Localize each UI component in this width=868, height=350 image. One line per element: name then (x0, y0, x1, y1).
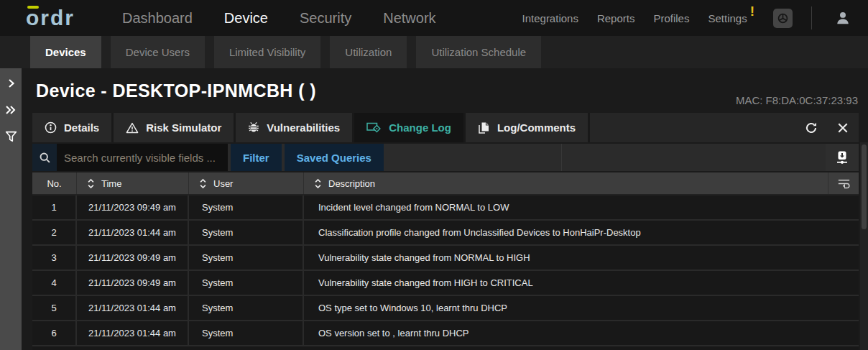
nav-dashboard[interactable]: Dashboard (122, 10, 193, 27)
mac-address: MAC: F8:DA:0C:37:23:93 (736, 94, 858, 106)
tab-vulnerabilities[interactable]: Vulnerabilities (236, 113, 354, 142)
column-label: No. (47, 178, 61, 189)
column-header-description[interactable]: Description (304, 172, 828, 194)
tab-details[interactable]: Details (32, 113, 114, 142)
cell-user: System (189, 271, 304, 295)
table-row[interactable]: 3 21/11/2023 09:49 am System Vulnerabili… (32, 246, 859, 271)
column-label: Time (101, 178, 121, 189)
user-icon[interactable] (835, 10, 851, 26)
app-window: ordr Dashboard Device Security Network I… (0, 0, 868, 350)
cell-user: System (189, 195, 304, 219)
tab-label: Change Log (389, 121, 451, 134)
close-icon[interactable] (827, 113, 859, 142)
table-row[interactable]: 2 21/11/2023 01:44 am System Classificat… (32, 221, 859, 246)
column-label: Description (328, 178, 375, 189)
nav-security[interactable]: Security (300, 10, 351, 27)
screenshot-icon[interactable] (773, 9, 793, 28)
change-log-icon (366, 121, 382, 134)
cell-user: System (189, 246, 304, 270)
change-log-table: No. Time (32, 172, 859, 350)
table-row[interactable]: 5 21/11/2023 01:44 am System OS type set… (32, 296, 859, 321)
tab-label: Details (64, 121, 99, 134)
device-subnav: Devices Device Users Limited Visibility … (0, 36, 868, 68)
cell-description: OS version set to , learnt thru DHCP (304, 321, 859, 345)
tab-label: Vulnerabilities (267, 121, 340, 134)
column-label: User (213, 178, 233, 189)
table-row[interactable]: 4 21/11/2023 09:49 am System Vulnerabili… (32, 271, 859, 296)
cell-description: Incident level changed from NORMAL to LO… (304, 195, 859, 219)
tab-log-comments[interactable]: Log/Comments (466, 113, 590, 142)
tab-risk-simulator[interactable]: Risk Simulator (114, 113, 236, 142)
nav-settings[interactable]: Settings (708, 12, 747, 24)
filter-button[interactable]: Filter (231, 144, 282, 171)
tab-label: Log/Comments (497, 121, 576, 134)
subnav-devices[interactable]: Devices (30, 36, 101, 68)
chevron-right-icon[interactable] (3, 75, 19, 91)
sort-icon[interactable] (314, 178, 322, 190)
nav-network[interactable]: Network (383, 10, 435, 27)
subnav-limited-visibility[interactable]: Limited Visibility (214, 36, 320, 68)
column-header-user[interactable]: User (189, 172, 304, 194)
bug-icon (248, 121, 259, 134)
cell-time: 21/11/2023 01:44 am (77, 221, 189, 244)
device-detail-panel: Device - DESKTOP-IPNMCBH ( ) MAC: F8:DA:… (22, 68, 868, 350)
search-box (32, 144, 228, 171)
warning-triangle-icon (126, 122, 139, 134)
alert-indicator: ! (750, 4, 754, 19)
nav-profiles[interactable]: Profiles (653, 12, 689, 24)
table-header: No. Time (32, 172, 859, 195)
search-input[interactable] (57, 152, 228, 164)
cell-user: System (189, 321, 304, 345)
cell-time: 21/11/2023 01:44 am (77, 321, 189, 345)
table-row[interactable]: 1 21/11/2023 09:49 am System Incident le… (32, 195, 859, 221)
table-row[interactable]: 6 21/11/2023 01:44 am System OS version … (32, 321, 859, 346)
tabstrip-spacer (590, 113, 795, 142)
topbar-divider (811, 6, 812, 29)
cell-no: 3 (32, 246, 77, 270)
cell-description: Vulnerability state changed from NORMAL … (304, 246, 859, 270)
subnav-utilization-schedule[interactable]: Utilization Schedule (416, 36, 541, 68)
vertical-scrollbar[interactable] (860, 142, 868, 350)
document-icon (478, 121, 490, 134)
scrollbar-thumb[interactable] (862, 144, 867, 229)
cell-no: 5 (32, 296, 77, 320)
subnav-utilization[interactable]: Utilization (330, 36, 407, 68)
cell-time: 21/11/2023 09:49 am (77, 271, 189, 295)
cell-no: 1 (32, 195, 77, 219)
search-icon (32, 144, 57, 171)
tab-label: Risk Simulator (146, 121, 221, 134)
toolbar-spacer (384, 144, 826, 171)
download-icon[interactable] (826, 144, 859, 171)
saved-queries-button[interactable]: Saved Queries (285, 144, 384, 171)
cell-no: 6 (32, 321, 77, 345)
cell-time: 21/11/2023 01:44 am (77, 296, 189, 320)
subnav-device-users[interactable]: Device Users (111, 36, 205, 68)
cell-user: System (189, 221, 304, 244)
main-area: Device - DESKTOP-IPNMCBH ( ) MAC: F8:DA:… (0, 68, 868, 350)
wrap-text-icon[interactable] (828, 172, 859, 194)
sort-icon[interactable] (87, 178, 95, 190)
column-header-time[interactable]: Time (77, 172, 189, 194)
cell-description: Vulnerability state changed from HIGH to… (304, 271, 859, 295)
page-title: Device - DESKTOP-IPNMCBH ( ) (36, 80, 316, 101)
filter-funnel-icon[interactable] (3, 129, 19, 144)
detail-tabstrip: Details Risk Simulator (32, 113, 859, 142)
cell-time: 21/11/2023 09:49 am (77, 195, 189, 219)
top-navigation-bar: ordr Dashboard Device Security Network I… (0, 0, 868, 36)
nav-device[interactable]: Device (224, 10, 268, 27)
nav-integrations[interactable]: Integrations (522, 12, 578, 24)
sort-icon[interactable] (199, 178, 207, 190)
title-bar: Device - DESKTOP-IPNMCBH ( ) MAC: F8:DA:… (22, 68, 868, 113)
ordr-logo[interactable]: ordr (26, 6, 75, 30)
toolbar-divider (561, 144, 562, 171)
cell-no: 4 (32, 271, 77, 295)
primary-nav: Dashboard Device Security Network (122, 10, 436, 27)
nav-reports[interactable]: Reports (597, 12, 635, 24)
partial-next-row (32, 346, 859, 350)
search-toolbar: Filter Saved Queries (32, 144, 859, 171)
logo-macron-accent (27, 6, 39, 9)
tab-change-log[interactable]: Change Log (354, 113, 466, 142)
double-chevron-icon[interactable] (3, 102, 19, 118)
refresh-icon[interactable] (795, 113, 827, 142)
cell-description: OS type set to Windows 10, learnt thru D… (304, 296, 859, 320)
